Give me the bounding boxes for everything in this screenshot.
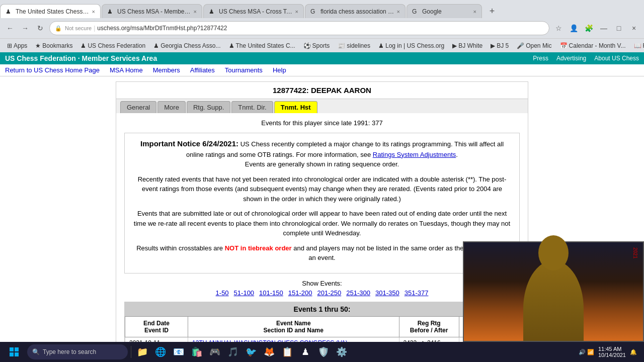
help-link[interactable]: Help — [273, 66, 286, 74]
taskbar-store[interactable]: 🛍️ — [189, 344, 205, 360]
taskbar-file-explorer[interactable]: 📁 — [134, 344, 150, 360]
tab-tnmt-hst[interactable]: Tnmt. Hst — [274, 101, 317, 113]
press-link[interactable]: Press — [533, 55, 548, 62]
bookmark-bookmarks[interactable]: ★ Bookmarks — [32, 41, 75, 50]
play-icon-2: ▶ — [491, 42, 495, 49]
taskbar-chess[interactable]: ♟ — [297, 344, 313, 360]
taskbar-security[interactable]: 🛡️ — [315, 344, 332, 360]
tab-general[interactable]: General — [120, 101, 156, 113]
minimize-icon[interactable]: — — [598, 22, 610, 34]
reload-button[interactable]: ↻ — [34, 22, 46, 34]
affiliates-link[interactable]: Affiliates — [190, 66, 215, 74]
tab-3[interactable]: ♟ US Chess MSA - Cross Tabl... × — [203, 4, 304, 18]
close-window-icon[interactable]: × — [628, 22, 640, 34]
nav-bar: Return to US Chess Home Page MSA Home Me… — [0, 64, 644, 76]
page-link-301-350[interactable]: 301-350 — [375, 289, 399, 297]
bookmark-reading-list[interactable]: 📖 Reading List — [631, 41, 645, 50]
bookmark-label: Bookmarks — [42, 42, 72, 49]
tab-favicon-3: ♟ — [209, 8, 216, 15]
address-bar-row: ← → ↻ 🔒 Not secure | uschess.org/msa/Mbr… — [0, 18, 644, 38]
taskbar-settings[interactable]: ⚙️ — [334, 344, 350, 360]
taskbar-twitter[interactable]: 🐦 — [243, 344, 259, 360]
tab-close-5[interactable]: × — [473, 9, 476, 15]
notification-center[interactable]: 🔔 — [630, 349, 637, 355]
tab-2[interactable]: ♟ US Chess MSA - Member D... × — [102, 4, 202, 18]
tab-close-2[interactable]: × — [194, 9, 197, 15]
tab-title-2: US Chess MSA - Member D... — [117, 8, 192, 15]
ratings-link[interactable]: Ratings System Adjustments — [373, 151, 456, 158]
tab-close-3[interactable]: × — [295, 9, 298, 15]
about-link[interactable]: About US Chess — [594, 55, 639, 62]
page-link-1-50[interactable]: 1-50 — [216, 289, 229, 297]
tab-close-1[interactable]: × — [92, 9, 95, 15]
bookmark-bj5[interactable]: ▶ BJ 5 — [488, 41, 512, 50]
page-link-251-300[interactable]: 251-300 — [346, 289, 370, 297]
tab-close-4[interactable]: × — [397, 9, 400, 15]
notice-period: . — [456, 151, 458, 158]
taskbar-search[interactable]: 🔍 Type here to search — [27, 344, 128, 359]
extensions-icon[interactable]: 🧩 — [583, 22, 595, 34]
maximize-icon[interactable]: □ — [613, 22, 625, 34]
bookmark-sidelines[interactable]: 📰 sidelines — [335, 41, 373, 50]
bookmark-sports[interactable]: ⚽ Sports — [300, 41, 333, 50]
bookmark-uschess[interactable]: ♟ US Chess Federation — [77, 41, 148, 50]
start-button[interactable] — [3, 344, 25, 360]
svg-rect-2 — [10, 352, 14, 356]
tab-tnmt-dir[interactable]: Tnmt. Dir. — [231, 101, 273, 113]
tab-title-4: florida chess association - ... — [320, 8, 395, 15]
page-link-151-200[interactable]: 151-200 — [288, 289, 312, 297]
tournaments-link[interactable]: Tournaments — [225, 66, 263, 74]
col-header-reg-rtg: Reg Rtg Before / After — [399, 316, 459, 337]
new-tab-button[interactable]: + — [485, 4, 499, 18]
address-bar[interactable]: 🔒 Not secure | uschess.org/msa/MbrDtlTnm… — [49, 21, 549, 35]
taskbar-browser[interactable]: 🌐 — [152, 344, 169, 360]
bookmark-apps[interactable]: ⊞ Apps — [4, 41, 30, 50]
toolbar-icons: ☆ 👤 🧩 — □ × — [552, 22, 640, 34]
page-link-51-100[interactable]: 51-100 — [234, 289, 254, 297]
bookmark-georgia[interactable]: ♟ Georgia Chess Asso... — [150, 41, 223, 50]
bookmark-label: Log in | US Chess.org — [385, 42, 444, 49]
tab-5[interactable]: G Google × — [407, 4, 482, 18]
page-link-101-150[interactable]: 101-150 — [259, 289, 283, 297]
page-link-201-250[interactable]: 201-250 — [317, 289, 342, 297]
tab-more[interactable]: More — [157, 101, 186, 113]
bookmark-label: BJ 5 — [497, 42, 509, 49]
bookmark-label: Apps — [14, 42, 27, 49]
taskbar-music[interactable]: 🎵 — [225, 344, 241, 360]
home-link[interactable]: Return to US Chess Home Page — [5, 66, 100, 74]
members-link[interactable]: Members — [153, 66, 180, 74]
mic-icon: 🎤 — [517, 42, 524, 49]
col-header-event: Event Name Section ID and Name — [188, 316, 399, 337]
taskbar-right: 🔊 📶 11:45 AM10/14/2021 🔔 — [579, 346, 641, 358]
page-title: 12877422: DEEPAK AARON — [116, 82, 528, 99]
msa-home-link[interactable]: MSA Home — [110, 66, 143, 74]
system-icons: 🔊 📶 — [579, 349, 594, 355]
para3-prefix: Results within crosstables are — [136, 244, 225, 252]
bookmark-star-icon[interactable]: ☆ — [552, 22, 565, 34]
bookmark-openmic[interactable]: 🎤 Open Mic — [514, 41, 554, 50]
advertising-link[interactable]: Advertising — [556, 55, 586, 62]
bookmark-label: US Chess Federation — [88, 42, 145, 49]
taskbar-firefox[interactable]: 🦊 — [261, 344, 277, 360]
search-icon: 🔍 — [32, 348, 40, 355]
taskbar-game[interactable]: 🎮 — [207, 344, 223, 360]
bookmark-login[interactable]: ♟ Log in | US Chess.org — [375, 41, 447, 50]
tab-rtg-supp[interactable]: Rtg. Supp. — [187, 101, 230, 113]
bookmark-bjwhite[interactable]: ▶ BJ White — [449, 41, 486, 50]
sports-icon: ⚽ — [303, 42, 311, 49]
bookmark-uschess2[interactable]: ♟ The United States C... — [226, 41, 298, 50]
tab-favicon-2: ♟ — [107, 8, 114, 15]
forward-button[interactable]: → — [19, 22, 31, 34]
page-link-351-377[interactable]: 351-377 — [405, 289, 429, 297]
events-table-title: Events 1 thru 50: — [125, 302, 519, 316]
taskbar-mail[interactable]: 📧 — [171, 344, 187, 360]
tabs-row: General More Rtg. Supp. Tnmt. Dir. Tnmt.… — [116, 99, 528, 113]
back-button[interactable]: ← — [4, 22, 16, 34]
bookmark-calendar[interactable]: 📅 Calendar - Month V... — [557, 41, 629, 50]
reading-icon: 📖 — [634, 42, 641, 49]
tab-1[interactable]: ♟ The United States Chess Fe... × — [0, 4, 101, 18]
profile-icon[interactable]: 👤 — [568, 22, 580, 34]
url-display: uschess.org/msa/MbrDtlTnmtHst.php?128774… — [97, 25, 227, 32]
tab-4[interactable]: G florida chess association - ... × — [305, 4, 406, 18]
taskbar-notes[interactable]: 📋 — [279, 344, 295, 360]
